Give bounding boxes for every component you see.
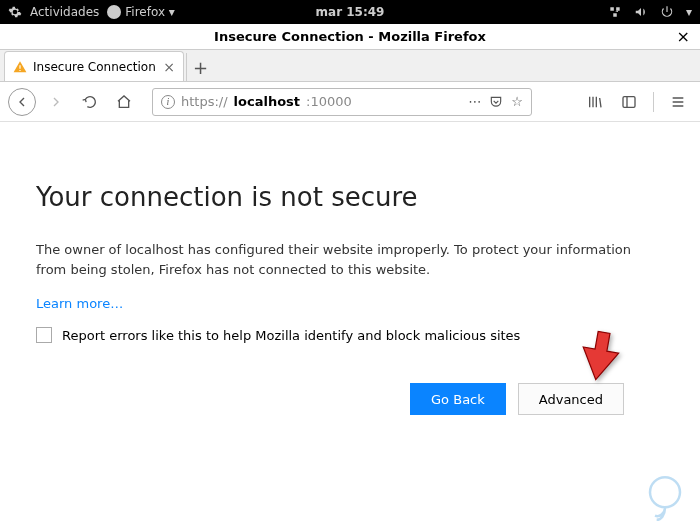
new-tab-button[interactable]: + (186, 53, 214, 81)
report-errors-checkbox[interactable] (36, 327, 52, 343)
library-button[interactable] (581, 88, 609, 116)
volume-icon[interactable] (634, 5, 648, 19)
go-back-button[interactable]: Go Back (410, 383, 506, 415)
learn-more-link[interactable]: Learn more… (36, 296, 123, 311)
report-errors-label: Report errors like this to help Mozilla … (62, 328, 520, 343)
error-page: Your connection is not secure The owner … (0, 122, 700, 415)
tab-close-button[interactable]: × (163, 59, 175, 75)
svg-rect-0 (623, 96, 635, 107)
page-actions-icon[interactable]: ⋯ (468, 94, 481, 109)
activities-label[interactable]: Actividades (30, 5, 99, 19)
gear-icon (8, 5, 22, 19)
system-topbar: Actividades Firefox ▾ mar 15:49 ▾ (0, 0, 700, 24)
forward-button (42, 88, 70, 116)
tab-strip: Insecure Connection × + (0, 50, 700, 82)
window-title: Insecure Connection - Mozilla Firefox (214, 29, 486, 44)
network-icon[interactable] (608, 5, 622, 19)
url-host: localhost (234, 94, 300, 109)
app-menu[interactable]: Firefox ▾ (125, 5, 175, 19)
window-titlebar: Insecure Connection - Mozilla Firefox × (0, 24, 700, 50)
tab-title: Insecure Connection (33, 60, 156, 74)
page-heading: Your connection is not secure (36, 182, 664, 212)
annotation-arrow (564, 325, 624, 389)
back-button[interactable] (8, 88, 36, 116)
menu-button[interactable] (664, 88, 692, 116)
site-info-icon[interactable]: i (161, 95, 175, 109)
firefox-icon (107, 5, 121, 19)
reload-button[interactable] (76, 88, 104, 116)
tab-insecure-connection[interactable]: Insecure Connection × (4, 51, 184, 81)
sidebar-button[interactable] (615, 88, 643, 116)
navigation-toolbar: i https://localhost:10000 ⋯ ☆ (0, 82, 700, 122)
warning-icon (13, 60, 27, 74)
window-close-button[interactable]: × (677, 27, 690, 46)
error-description: The owner of localhost has configured th… (36, 240, 656, 279)
url-bar[interactable]: i https://localhost:10000 ⋯ ☆ (152, 88, 532, 116)
clock: mar 15:49 (316, 5, 385, 19)
divider (653, 92, 654, 112)
svg-point-1 (650, 477, 680, 507)
pocket-icon[interactable] (489, 95, 503, 109)
bookmark-star-icon[interactable]: ☆ (511, 94, 523, 109)
home-button[interactable] (110, 88, 138, 116)
watermark (640, 474, 690, 528)
url-port: :10000 (306, 94, 352, 109)
url-protocol: https:// (181, 94, 228, 109)
system-menu-chevron[interactable]: ▾ (686, 5, 692, 19)
power-icon[interactable] (660, 5, 674, 19)
